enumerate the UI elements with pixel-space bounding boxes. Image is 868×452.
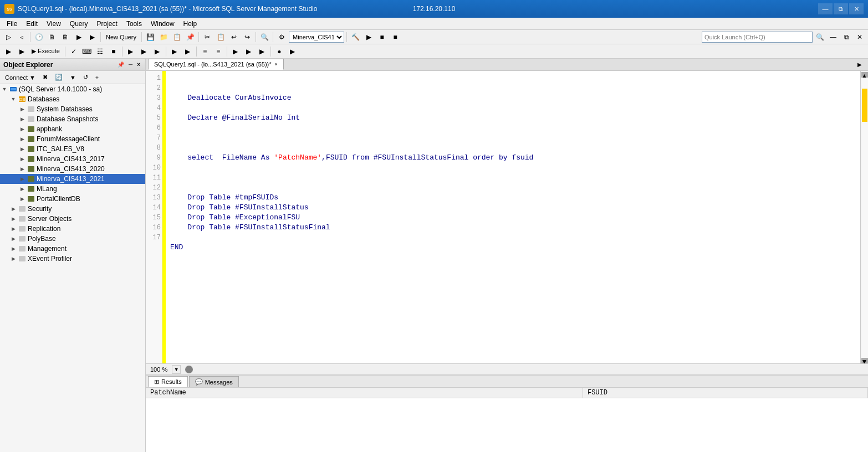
toolbar-save[interactable]: 💾 [144, 32, 156, 43]
tb2-1[interactable]: ▶ [2, 46, 14, 57]
tb2-check[interactable]: ✓ [68, 46, 80, 57]
zoom-dropdown-button[interactable]: ▼ [172, 365, 181, 374]
toolbar-undo[interactable]: ↩ [228, 32, 240, 43]
tb2-c[interactable]: ▶ [151, 46, 164, 57]
tb2-g[interactable]: ▶ [243, 46, 255, 57]
toolbar-misc[interactable]: ⚙ [275, 32, 288, 43]
toolbar-prop[interactable]: 🔨 [349, 32, 361, 43]
menu-file[interactable]: File [2, 19, 22, 29]
toolbar-sq2[interactable]: ■ [389, 32, 401, 43]
portal-expand-icon[interactable]: ▶ [18, 194, 27, 203]
tb2-b[interactable]: ▶ [138, 46, 150, 57]
tree-forum[interactable]: ▶ ForumMessageClient [0, 134, 145, 144]
tree-databases[interactable]: ▼ DB Databases [0, 94, 145, 104]
mlang-expand-icon[interactable]: ▶ [18, 184, 27, 193]
system-db-expand-icon[interactable]: ▶ [18, 105, 27, 114]
messages-tab[interactable]: 💬 Messages [189, 376, 239, 387]
oe-connect-button[interactable]: Connect ▼ [2, 73, 38, 82]
toolbar-sq[interactable]: ■ [376, 32, 388, 43]
polybase-expand-icon[interactable]: ▶ [9, 234, 18, 243]
toolbar-redo[interactable]: ↪ [241, 32, 253, 43]
toolbar-copy2[interactable]: 📋 [215, 32, 227, 43]
close-button[interactable]: ✕ [849, 3, 864, 14]
minimize-button[interactable]: — [818, 3, 833, 14]
tb2-d[interactable]: ▶ [169, 46, 181, 57]
quick-launch-search[interactable]: 🔍 [814, 32, 826, 43]
tb2-outdent[interactable]: ≡ [212, 46, 224, 57]
tree-itc-sales[interactable]: ▶ ITC_SALES_V8 [0, 144, 145, 154]
replication-expand-icon[interactable]: ▶ [9, 224, 18, 233]
tb2-h[interactable]: ▶ [256, 46, 268, 57]
editor-tab-active[interactable]: SQLQuery1.sql - (lo...S413_2021 (sa (55)… [148, 59, 284, 70]
menu-help[interactable]: Help [179, 19, 202, 29]
xevent-expand-icon[interactable]: ▶ [9, 254, 18, 263]
toolbar-btn-3[interactable]: 🕑 [33, 32, 45, 43]
m2017-expand-icon[interactable]: ▶ [18, 155, 27, 163]
tab-scroll-right[interactable]: ▶ [854, 59, 866, 70]
editor-scrollbar[interactable]: ▲ ▼ [860, 71, 868, 363]
scroll-up-button[interactable]: ▲ [861, 72, 868, 78]
oe-pin-button[interactable]: 📌 [116, 61, 126, 68]
tree-minerva-2020[interactable]: ▶ Minerva_CIS413_2020 [0, 164, 145, 174]
tree-db-snapshots[interactable]: ▶ Database Snapshots [0, 114, 145, 124]
tree-polybase[interactable]: ▶ PolyBase [0, 234, 145, 244]
tb2-f[interactable]: ▶ [229, 46, 242, 57]
forum-expand-icon[interactable]: ▶ [18, 135, 27, 143]
oe-minimize-button[interactable]: ─ [127, 61, 134, 68]
toolbar-paste[interactable]: 📌 [184, 32, 196, 43]
root-expand-icon[interactable]: ▼ [0, 85, 9, 94]
tb2-stop[interactable]: ■ [108, 46, 120, 57]
execute-button[interactable]: ▶ Execute [29, 46, 63, 57]
m2020-expand-icon[interactable]: ▶ [18, 165, 27, 173]
code-editor[interactable]: Deallocate CurAbsInvoice Declare @FinalS… [166, 71, 860, 363]
database-selector[interactable]: Minerva_CIS413_2021 [289, 32, 344, 43]
tree-portal[interactable]: ▶ PortalClientDB [0, 194, 145, 204]
toolbar-btn-4[interactable]: 🗎 [46, 32, 58, 43]
tree-minerva-2017[interactable]: ▶ Minerva_CIS413_2017 [0, 154, 145, 164]
tree-mlang[interactable]: ▶ MLang [0, 184, 145, 194]
tree-minerva-2021[interactable]: ▶ Minerva_CIS413_2021 [0, 174, 145, 184]
restore-button[interactable]: ⧉ [834, 3, 848, 14]
menu-query[interactable]: Query [65, 19, 93, 29]
oe-new-button[interactable]: + [93, 73, 101, 82]
toolbar-btn-6[interactable]: ▶ [73, 32, 85, 43]
tree-server-objects[interactable]: ▶ Server Objects [0, 214, 145, 224]
tb2-indent[interactable]: ≡ [199, 46, 211, 57]
oe-filter-button[interactable]: ▼ [67, 73, 79, 82]
toolbar-btn-1[interactable]: ▷ [2, 32, 14, 43]
tab-close-button[interactable]: × [275, 61, 278, 67]
tree-xevent-profiler[interactable]: ▶ XEvent Profiler [0, 254, 145, 264]
tree-system-databases[interactable]: ▶ System Databases [0, 104, 145, 114]
tree-replication[interactable]: ▶ Replication [0, 224, 145, 234]
toolbar-filter[interactable]: 🔍 [258, 32, 270, 43]
m2021-expand-icon[interactable]: ▶ [18, 174, 27, 183]
server-objects-expand-icon[interactable]: ▶ [9, 214, 18, 223]
menu-tools[interactable]: Tools [122, 19, 146, 29]
itc-expand-icon[interactable]: ▶ [18, 145, 27, 153]
menu-window[interactable]: Window [146, 19, 179, 29]
oe-close-button[interactable]: × [135, 61, 142, 68]
scroll-down-button[interactable]: ▼ [861, 358, 868, 363]
tb2-e[interactable]: ▶ [182, 46, 194, 57]
tb2-2[interactable]: ▶ [16, 46, 28, 57]
oe-refresh2-button[interactable]: ↺ [80, 73, 91, 82]
menu-edit[interactable]: Edit [22, 19, 42, 29]
toolbar-cut[interactable]: ✂ [201, 32, 213, 43]
tb2-parse[interactable]: ⌨ [81, 46, 93, 57]
tb-restore[interactable]: ⧉ [840, 32, 852, 43]
tb-close[interactable]: ✕ [854, 32, 866, 43]
tree-security[interactable]: ▶ Security [0, 204, 145, 214]
toolbar-btn-2[interactable]: ◃ [16, 32, 28, 43]
tb2-a[interactable]: ▶ [125, 46, 137, 57]
oe-disconnect-button[interactable]: ✖ [40, 73, 50, 82]
menu-view[interactable]: View [42, 19, 65, 29]
tb-minimize[interactable]: — [827, 32, 839, 43]
appbank-expand-icon[interactable]: ▶ [18, 125, 27, 133]
toolbar-btn-7[interactable]: ▶ [86, 32, 98, 43]
snapshots-expand-icon[interactable]: ▶ [18, 115, 27, 124]
new-query-button[interactable]: New Query [103, 32, 139, 43]
toolbar-open[interactable]: 📁 [157, 32, 170, 43]
tb2-i[interactable]: ▶ [287, 46, 299, 57]
quick-launch-input[interactable] [702, 32, 813, 43]
tree-management[interactable]: ▶ Management [0, 244, 145, 254]
